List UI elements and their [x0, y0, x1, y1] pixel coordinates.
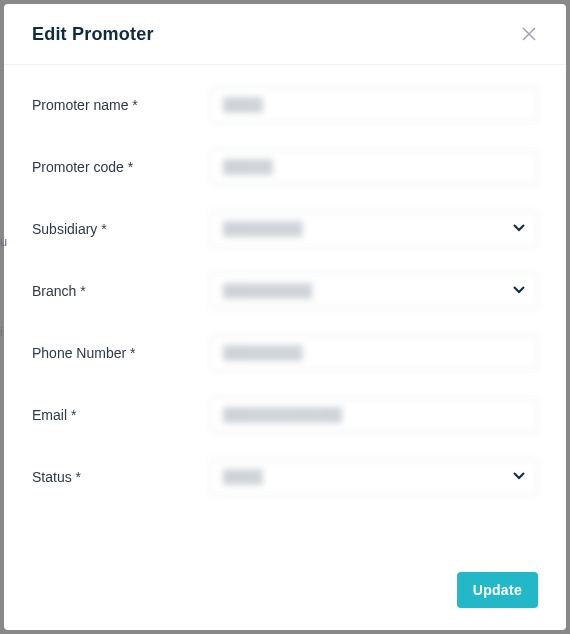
promoter-name-input[interactable]	[210, 87, 538, 123]
phone-input[interactable]	[210, 335, 538, 371]
close-button[interactable]	[520, 22, 538, 46]
edit-promoter-modal: u i Edit Promoter Promoter name * Promot…	[4, 4, 566, 630]
modal-body: Promoter name * Promoter code * Subsidia…	[4, 65, 566, 555]
email-label: Email *	[32, 407, 210, 423]
close-icon	[522, 27, 536, 41]
status-selected-value[interactable]	[210, 459, 538, 495]
modal-header: Edit Promoter	[4, 4, 566, 65]
email-input[interactable]	[210, 397, 538, 433]
modal-footer: Update	[4, 555, 566, 630]
email-control	[210, 397, 538, 433]
background-peek-i: i	[0, 324, 3, 339]
modal-title: Edit Promoter	[32, 24, 154, 45]
promoter-code-control	[210, 149, 538, 185]
promoter-name-control	[210, 87, 538, 123]
status-select[interactable]	[210, 459, 538, 495]
update-button[interactable]: Update	[457, 572, 538, 608]
subsidiary-selected-value[interactable]	[210, 211, 538, 247]
field-row-promoter-name: Promoter name *	[32, 87, 538, 123]
promoter-code-input[interactable]	[210, 149, 538, 185]
subsidiary-select[interactable]	[210, 211, 538, 247]
branch-selected-value[interactable]	[210, 273, 538, 309]
phone-control	[210, 335, 538, 371]
status-label: Status *	[32, 469, 210, 485]
subsidiary-label: Subsidiary *	[32, 221, 210, 237]
field-row-subsidiary: Subsidiary *	[32, 211, 538, 247]
promoter-code-label: Promoter code *	[32, 159, 210, 175]
promoter-name-label: Promoter name *	[32, 97, 210, 113]
phone-label: Phone Number *	[32, 345, 210, 361]
field-row-phone: Phone Number *	[32, 335, 538, 371]
field-row-branch: Branch *	[32, 273, 538, 309]
field-row-promoter-code: Promoter code *	[32, 149, 538, 185]
branch-label: Branch *	[32, 283, 210, 299]
branch-select[interactable]	[210, 273, 538, 309]
field-row-email: Email *	[32, 397, 538, 433]
field-row-status: Status *	[32, 459, 538, 495]
